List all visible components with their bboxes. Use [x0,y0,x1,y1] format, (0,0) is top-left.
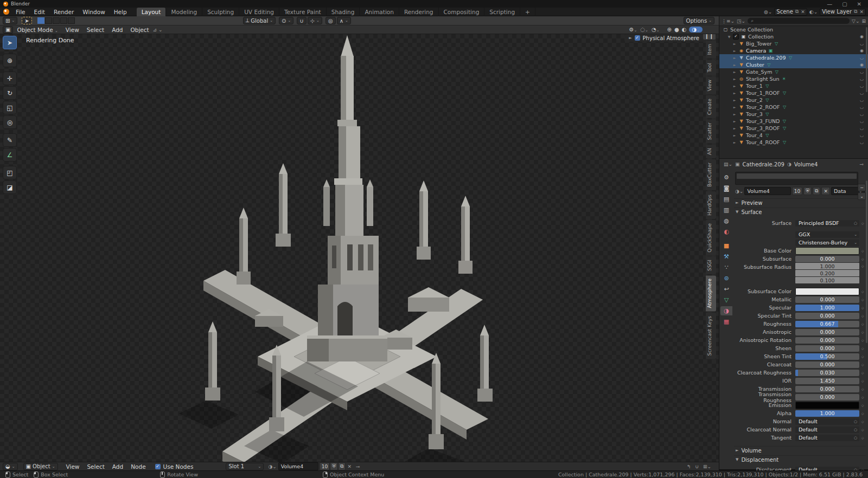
eye-closed-icon[interactable]: ◡ [860,119,864,124]
select-mode-lasso[interactable] [60,17,67,24]
scene-icon[interactable]: ◍⌄ [764,9,772,15]
proportional-editing-icon[interactable]: ◎ [326,17,336,24]
close-icon[interactable]: ✕ [859,9,864,15]
select-mode-box[interactable] [45,17,52,24]
view-layer-selector[interactable]: View Layer ⧉ ✕ [820,8,866,16]
tab-atmosphere[interactable]: Atmosphere [706,275,716,311]
tab-hardops[interactable]: HardOps [706,191,716,219]
tab-object-data-icon[interactable]: ▽ [720,295,732,305]
alpha-slider[interactable]: 1.000 [795,410,859,417]
breadcrumb-data[interactable]: Volume4 [794,162,818,167]
shading-wireframe-icon[interactable]: ⊕ [667,27,672,33]
menu-window[interactable]: Window [78,9,109,15]
outliner-item-row[interactable]: ►▼Tour_4_ROOF▽◡ [719,139,868,146]
slot-specials-button[interactable]: ⌄ [858,192,866,200]
outliner-item-row[interactable]: ►▼Gate_Sym▽◡ [719,68,868,75]
outliner-item-row[interactable]: ►▼Tour_2▽◡ [719,96,868,104]
active-tool-icon[interactable]: ➤ [22,17,31,24]
outliner-item-row[interactable]: ►▼Tour_2_ROOF▽◡ [719,104,868,111]
outliner-item-row[interactable]: ►▼Big_Tower▽◡ [719,40,868,47]
add-workspace-button[interactable]: + [520,8,535,16]
pin-icon[interactable]: ⊸ [356,464,360,469]
tab-animation[interactable]: Animation [360,8,399,16]
snap-mode-dropdown[interactable]: ⊞⌄ [703,464,711,469]
editor-type-selector[interactable]: ◒⌄ [3,463,18,470]
use-nodes-checkbox[interactable]: ✓ [155,464,161,469]
scene-selector[interactable]: Scene ⧉ ✕ [774,8,807,16]
menu-edit[interactable]: Edit [30,9,49,15]
panel-surface[interactable]: ▼Surface [734,208,866,216]
subsurface-radius-fields[interactable]: 1.000 0.200 0.100 [795,263,859,283]
fake-user-shield-icon[interactable]: ⛨ [330,462,338,470]
material-slot-list[interactable] [735,172,858,185]
transform-snap-icon[interactable]: ⊿ ⌄ [153,27,163,33]
browse-material-icon[interactable]: ◑⌄ [268,464,276,469]
menu-file[interactable]: File [11,9,30,15]
eye-open-icon[interactable]: ◉ [860,62,864,67]
normal-input[interactable]: Default [795,418,859,425]
tab-scatter[interactable]: Scatter [706,119,716,143]
select-mode-extend[interactable] [68,17,75,24]
transform-orientation-dropdown[interactable]: ⟂ Global⌄ [243,17,276,24]
tab-an[interactable]: AN [706,145,716,158]
copy-icon[interactable]: ⧉ [338,462,346,470]
breadcrumb-object[interactable]: Cathedrale.209 [743,162,784,167]
material-name-field[interactable]: Volume4 [744,187,790,195]
specular-tint-slider[interactable]: 0.000 [795,313,859,319]
metallic-slider[interactable]: 0.000 [795,296,859,303]
minimize-button[interactable]: — [827,1,832,7]
tab-particles-icon[interactable]: ∵ [720,263,732,272]
tab-ssgi[interactable]: SSGI [706,256,716,274]
tab-view[interactable]: View [706,76,716,94]
eye-open-icon[interactable]: ◉ [860,48,864,53]
menu-help[interactable]: Help [110,9,131,15]
tab-output-icon[interactable]: ▤ [720,195,732,204]
mode-dropdown[interactable]: Object Mode ⌄ [13,27,61,33]
gizmo-dropdown[interactable]: ⚙⌄ [629,27,637,33]
eye-closed-icon[interactable]: ◡ [860,133,864,138]
filter-mode-dropdown[interactable]: ⋮≡⌄ [722,18,735,24]
filter-funnel-dropdown[interactable]: ▽⌄ [852,18,859,24]
tab-object-icon[interactable]: ■ [720,241,732,250]
browse-material-icon[interactable]: ◑⌄ [735,189,743,194]
tab-screencast-keys[interactable]: Screencast Keys [706,313,716,359]
transmission-roughness-slider[interactable]: 0.000 [795,394,859,401]
outliner-item-row[interactable]: ►◉Camera▣◉ [719,47,868,54]
outliner-item-row[interactable]: ►▼Tour_4▽◡ [719,132,868,139]
shader-type-dropdown[interactable]: ▣ Object⌄ [23,463,58,470]
eye-closed-icon[interactable]: ◡ [860,105,864,109]
close-button[interactable]: ✕ [857,1,861,7]
tab-material-icon[interactable]: ◑ [720,306,732,315]
tab-create[interactable]: Create [706,95,716,118]
menu-select[interactable]: Select [83,27,108,33]
eye-closed-icon[interactable]: ◡ [860,91,864,95]
display-mode-dropdown[interactable]: ◳⌄ [737,18,745,24]
select-mode-tweak[interactable] [37,17,44,24]
copy-icon[interactable]: ⧉ [854,9,857,15]
properties-scrollbar[interactable] [866,180,867,343]
tab-boxcutter[interactable]: BoxCutter [706,159,716,190]
mode-icon[interactable]: ▣ [3,26,13,34]
eye-open-icon[interactable]: ◉ [860,34,864,39]
outliner-item-row[interactable]: ►▼Tour_3_ROOF▽◡ [719,125,868,132]
sheen-tint-slider[interactable]: 0.500 [795,353,859,360]
eye-closed-icon[interactable]: ◡ [860,83,864,88]
tab-world-icon[interactable]: ◐ [720,227,732,236]
shading-solid-icon[interactable]: ● [674,27,679,33]
fake-user-shield-icon[interactable]: ⛨ [803,187,812,195]
subsurface-method-dropdown[interactable]: Christensen-Burley⌄ [795,240,859,246]
falloff-dropdown[interactable]: ∧⌄ [337,17,351,24]
menu-select[interactable]: Select [83,463,108,470]
outliner-root-row[interactable]: ▢ Scene Collection [719,26,868,33]
physical-atmosphere-panel[interactable]: ► ✓ Physical Atmosphere [624,34,704,42]
material-name-field[interactable]: Volume4 [278,462,318,470]
menu-view[interactable]: View [62,27,83,33]
blender-menu-icon[interactable] [3,9,9,15]
clearcoat-slider[interactable]: 0.000 [795,361,859,368]
users-count-button[interactable]: 10 [792,187,802,195]
tab-scene-icon[interactable]: ◍ [720,216,732,225]
editor-type-selector[interactable]: ⊞⌄ [3,17,17,24]
menu-node[interactable]: Node [127,463,149,470]
clearcoat-normal-input[interactable]: Default [795,427,859,433]
transmission-slider[interactable]: 0.000 [795,386,859,392]
